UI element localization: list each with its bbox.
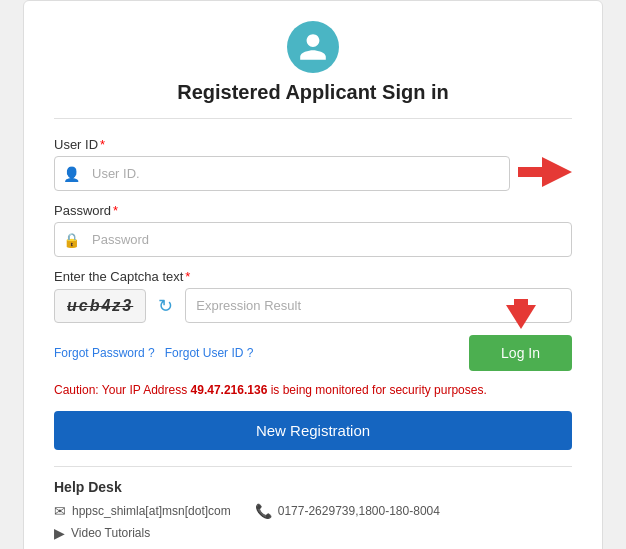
captcha-refresh-button[interactable]: ↻: [154, 295, 177, 317]
caution-text: Caution: Your IP Address 49.47.216.136 i…: [54, 381, 572, 399]
forgot-password-link[interactable]: Forgot Password ?: [54, 346, 155, 360]
helpdesk-section: Help Desk ✉ hppsc_shimla[at]msn[dot]com …: [54, 466, 572, 541]
helpdesk-email-item: ✉ hppsc_shimla[at]msn[dot]com: [54, 503, 231, 519]
video-tutorials-link[interactable]: Video Tutorials: [71, 526, 150, 540]
captcha-image: ucb4z3: [54, 289, 146, 323]
password-input[interactable]: [88, 223, 563, 256]
right-arrow-icon: [518, 157, 572, 187]
captcha-group: Enter the Captcha text* ucb4z3 ↻: [54, 269, 572, 323]
login-button[interactable]: Log In: [469, 335, 572, 371]
userid-input[interactable]: [88, 157, 501, 190]
helpdesk-video-item: ▶ Video Tutorials: [54, 525, 572, 541]
userid-arrow: [518, 157, 572, 191]
page-title: Registered Applicant Sign in: [54, 81, 572, 104]
captcha-label: Enter the Captcha text*: [54, 269, 572, 284]
forgot-links: Forgot Password ? Forgot User ID ?: [54, 346, 469, 360]
svg-marker-1: [506, 299, 536, 329]
new-registration-button[interactable]: New Registration: [54, 411, 572, 450]
action-row: Forgot Password ? Forgot User ID ? Log I…: [54, 335, 572, 371]
header: Registered Applicant Sign in: [54, 21, 572, 119]
avatar: [287, 21, 339, 73]
forgot-userid-link[interactable]: Forgot User ID ?: [165, 346, 254, 360]
helpdesk-title: Help Desk: [54, 479, 572, 495]
helpdesk-phone-item: 📞 0177-2629739,1800-180-8004: [255, 503, 440, 519]
helpdesk-phone: 0177-2629739,1800-180-8004: [278, 504, 440, 518]
password-input-wrapper: 🔒: [54, 222, 572, 257]
login-card: Registered Applicant Sign in User ID* 👤 …: [23, 0, 603, 549]
lock-icon: 🔒: [63, 232, 80, 248]
helpdesk-email: hppsc_shimla[at]msn[dot]com: [72, 504, 231, 518]
password-label: Password*: [54, 203, 572, 218]
userid-group: User ID* 👤: [54, 137, 572, 191]
user-icon: [297, 31, 329, 63]
userid-input-wrapper: 👤: [54, 156, 510, 191]
user-field-icon: 👤: [63, 166, 80, 182]
password-group: Password* 🔒: [54, 203, 572, 257]
helpdesk-row: ✉ hppsc_shimla[at]msn[dot]com 📞 0177-262…: [54, 503, 572, 519]
down-arrow: [506, 299, 536, 333]
captcha-row: ucb4z3 ↻: [54, 288, 572, 323]
phone-icon: 📞: [255, 503, 272, 519]
userid-label: User ID*: [54, 137, 572, 152]
email-icon: ✉: [54, 503, 66, 519]
login-btn-container: Log In: [469, 335, 572, 371]
video-icon: ▶: [54, 525, 65, 541]
down-arrow-icon: [506, 299, 536, 329]
svg-marker-0: [518, 157, 572, 187]
